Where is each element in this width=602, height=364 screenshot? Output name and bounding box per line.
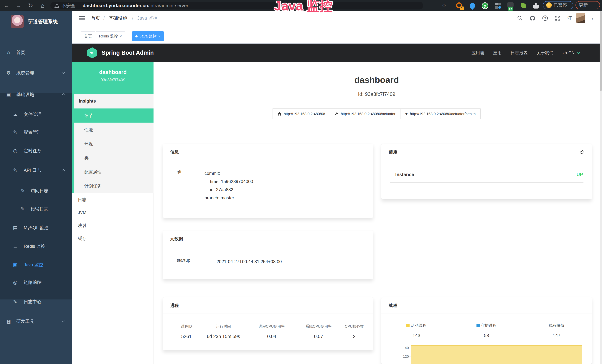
sba-menu-environment[interactable]: 环境 <box>74 137 153 151</box>
chevron-up-icon <box>62 93 65 96</box>
sidebar-item-mysql-monitor[interactable]: ▤ MySQL 监控 <box>0 222 72 234</box>
sba-nav-applications[interactable]: 应用 <box>493 50 502 56</box>
history-icon[interactable] <box>579 149 584 155</box>
health-url-button[interactable]: ♥ http://192.168.0.2:48080/actuator/heal… <box>400 108 481 119</box>
sba-nav-about[interactable]: 关于我们 <box>537 50 554 56</box>
chevron-down-icon <box>577 50 580 54</box>
sidebar-item-scheduled-tasks[interactable]: ◷ 定时任务 <box>0 145 72 157</box>
user-avatar[interactable] <box>576 13 585 23</box>
github-icon[interactable] <box>528 14 537 23</box>
tab-home[interactable]: 首页 <box>81 31 95 41</box>
sba-menu-jvm[interactable]: JVM <box>72 206 153 219</box>
sidebar-item-access-logs[interactable]: ✎ 访问日志 <box>0 185 72 197</box>
status-badge: UP <box>576 172 583 177</box>
cell-value: 2 <box>341 334 368 339</box>
sidebar-item-config-management[interactable]: ✎ 配置管理 <box>0 126 72 138</box>
sba-menu-config-props[interactable]: 配置属性 <box>74 165 153 179</box>
sba-nav-journal[interactable]: 日志报表 <box>511 50 528 56</box>
sba-menu-caches[interactable]: 缓存 <box>72 232 153 245</box>
leaf-extension-icon[interactable] <box>520 2 527 9</box>
fullscreen-icon[interactable] <box>553 14 562 23</box>
service-url-button[interactable]: http://192.168.0.2:48080/ <box>273 108 330 119</box>
locale-select[interactable]: zh-CN <box>562 50 580 55</box>
url-domain[interactable]: dashboard.yudao.iocoder.cn <box>83 3 148 9</box>
cell-value: 0.04 <box>247 334 296 339</box>
live-threads-swatch-icon <box>406 324 409 327</box>
pin-extension-icon[interactable] <box>469 2 476 9</box>
breadcrumb-infrastructure[interactable]: 基础设施 <box>109 11 127 25</box>
y-extension-icon[interactable]: y <box>482 2 488 9</box>
on-extension-icon[interactable]: on <box>507 2 514 9</box>
sba-menu-metrics[interactable]: 性能 <box>74 123 153 137</box>
hamburger-icon[interactable] <box>79 15 85 21</box>
security-label[interactable]: 不安全 <box>62 3 75 9</box>
breadcrumb-home[interactable]: 首页 <box>91 11 100 25</box>
sidebar-item-system-management[interactable]: ⚙ 系统管理 <box>0 67 72 79</box>
process-card: 进程 进程ID 5261 运行时间 6d 23h 15m 59s 进程CPU使用… <box>163 297 373 350</box>
sidebar-item-java-monitor[interactable]: ▣ Java 监控 <box>0 259 72 271</box>
avatar-caret-icon[interactable]: ▾ <box>591 16 593 21</box>
close-icon[interactable]: × <box>158 34 161 38</box>
sba-brand-title[interactable]: Spring Boot Admin <box>102 50 154 56</box>
gear-icon: ⚙ <box>5 67 12 79</box>
grid-extension-icon[interactable] <box>495 2 501 9</box>
main-content: dashboard Id: 93a3fc7f7409 http://192.16… <box>153 62 600 364</box>
sba-menu-classes[interactable]: 类 <box>74 151 153 165</box>
sidebar-item-log-center[interactable]: ✎ 日志中心 <box>0 296 72 308</box>
sba-menu-details[interactable]: 细节 <box>72 108 153 123</box>
scrollbar-thumb[interactable] <box>600 11 602 91</box>
legend-label: 守护进程 <box>481 323 496 327</box>
sidebar-logo-row[interactable]: 芋道管理系统 <box>0 15 72 39</box>
browser-menu-icon[interactable]: ⋮ <box>590 2 594 8</box>
puzzle-extensions-icon[interactable] <box>532 2 539 9</box>
sidebar-item-file-management[interactable]: ☁ 文件管理 <box>0 108 72 120</box>
chevron-down-icon <box>62 70 65 74</box>
metadata-row-label: startup <box>177 257 216 266</box>
help-icon[interactable]: ? <box>540 14 550 23</box>
svg-text:?: ? <box>544 17 546 20</box>
close-icon[interactable]: × <box>120 34 122 38</box>
health-instance-row[interactable]: Instance UP <box>381 161 592 177</box>
sba-menu-scheduled-tasks[interactable]: 计划任务 <box>74 179 153 193</box>
bookmark-star-icon[interactable]: ☆ <box>439 0 449 11</box>
column-header: 系统CPU使用率 <box>296 324 341 329</box>
sba-menu-logs[interactable]: 日志 <box>72 193 153 206</box>
sidebar-item-redis-monitor[interactable]: ≣ Redis 监控 <box>0 240 72 252</box>
scrollbar[interactable] <box>600 11 602 364</box>
instance-header[interactable]: dashboard 93a3fc7f7409 <box>72 62 153 94</box>
column-header: 进程CPU使用率 <box>247 324 296 329</box>
sidebar-item-api-logs[interactable]: ✎ API 日志 <box>0 164 72 176</box>
page-title: dashboard <box>153 75 600 85</box>
legend-value: 147 <box>522 333 592 338</box>
sidebar-item-error-logs[interactable]: ✎ 错误日志 <box>0 203 72 215</box>
sba-nav-wallboard[interactable]: 应用墙 <box>472 50 484 56</box>
font-size-icon[interactable]: ᵗT <box>565 14 574 23</box>
home-icon[interactable]: ⌂ <box>38 0 47 11</box>
forward-icon[interactable]: → <box>14 0 23 11</box>
sidebar-item-dev-tools[interactable]: ▦ 研发工具 <box>0 315 72 327</box>
y-tick: 140 <box>398 346 409 350</box>
tab-java-monitor[interactable]: Java 监控× <box>132 31 164 41</box>
search-icon[interactable] <box>515 14 525 23</box>
breadcrumb-current: Java 监控 <box>137 11 158 25</box>
reload-icon[interactable]: ↻ <box>26 0 35 11</box>
sidebar-item-infrastructure[interactable]: ▣ 基础设施 <box>0 89 72 100</box>
address-bar[interactable]: 不安全 | dashboard.yudao.iocoder.cn /infra/… <box>50 2 423 10</box>
edit-icon: ✎ <box>11 126 19 138</box>
url-path[interactable]: /infra/admin-server <box>148 3 188 9</box>
y-tick: 120 <box>398 354 409 359</box>
tab-redis-monitor[interactable]: Redis 监控× <box>96 31 125 41</box>
back-icon[interactable]: ← <box>2 0 11 11</box>
column-header: 进程ID <box>173 324 200 329</box>
tag-tabs-bar: 首页 Redis 监控× Java 监控× <box>72 25 602 43</box>
log-edit-icon: ✎ <box>19 203 26 215</box>
extension-badge-icon[interactable]: 1 <box>456 2 463 9</box>
actuator-url-button[interactable]: http://192.168.0.2:48080/actuator <box>330 108 400 119</box>
sidebar-item-home[interactable]: ⌂ 首页 <box>0 47 72 58</box>
update-browser-button[interactable]: 更新 ⋮ <box>575 1 600 9</box>
layers-icon: ≣ <box>11 240 19 252</box>
not-secure-warning-icon[interactable] <box>54 3 59 8</box>
sba-menu-mappings[interactable]: 映射 <box>72 219 153 232</box>
paused-profile-button[interactable]: 已暂停 <box>543 1 573 9</box>
sidebar-item-tracing[interactable]: ◎ 链路追踪 <box>0 277 72 288</box>
